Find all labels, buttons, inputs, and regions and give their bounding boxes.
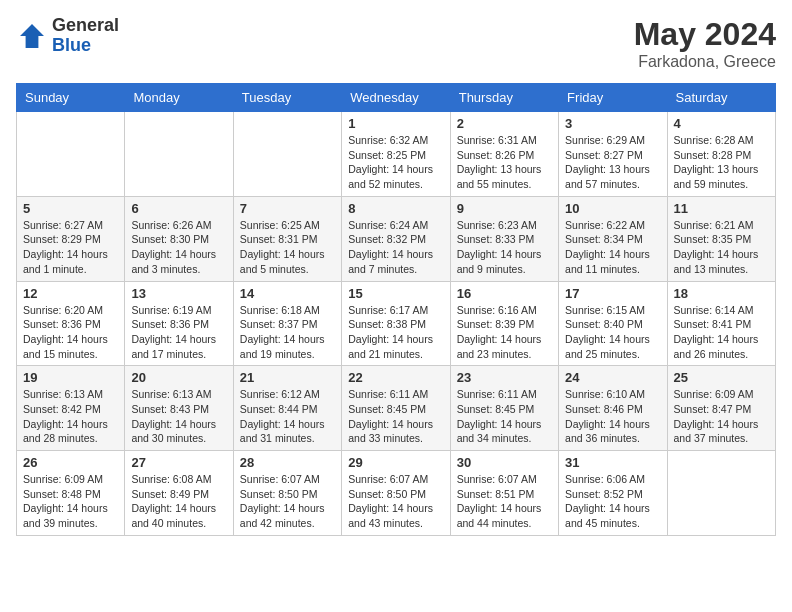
day-detail: Sunrise: 6:27 AM Sunset: 8:29 PM Dayligh…: [23, 218, 118, 277]
day-number: 12: [23, 286, 118, 301]
calendar-cell: 3Sunrise: 6:29 AM Sunset: 8:27 PM Daylig…: [559, 112, 667, 197]
calendar-cell: 4Sunrise: 6:28 AM Sunset: 8:28 PM Daylig…: [667, 112, 775, 197]
day-number: 2: [457, 116, 552, 131]
calendar-cell: 12Sunrise: 6:20 AM Sunset: 8:36 PM Dayli…: [17, 281, 125, 366]
weekday-header-friday: Friday: [559, 84, 667, 112]
calendar-cell: 29Sunrise: 6:07 AM Sunset: 8:50 PM Dayli…: [342, 451, 450, 536]
day-number: 3: [565, 116, 660, 131]
calendar-cell: 17Sunrise: 6:15 AM Sunset: 8:40 PM Dayli…: [559, 281, 667, 366]
calendar-cell: [233, 112, 341, 197]
day-detail: Sunrise: 6:32 AM Sunset: 8:25 PM Dayligh…: [348, 133, 443, 192]
day-number: 15: [348, 286, 443, 301]
calendar-cell: 27Sunrise: 6:08 AM Sunset: 8:49 PM Dayli…: [125, 451, 233, 536]
day-detail: Sunrise: 6:28 AM Sunset: 8:28 PM Dayligh…: [674, 133, 769, 192]
calendar-cell: 30Sunrise: 6:07 AM Sunset: 8:51 PM Dayli…: [450, 451, 558, 536]
day-number: 4: [674, 116, 769, 131]
day-number: 20: [131, 370, 226, 385]
day-detail: Sunrise: 6:12 AM Sunset: 8:44 PM Dayligh…: [240, 387, 335, 446]
calendar-cell: 1Sunrise: 6:32 AM Sunset: 8:25 PM Daylig…: [342, 112, 450, 197]
day-number: 30: [457, 455, 552, 470]
day-detail: Sunrise: 6:22 AM Sunset: 8:34 PM Dayligh…: [565, 218, 660, 277]
day-number: 13: [131, 286, 226, 301]
calendar-cell: 15Sunrise: 6:17 AM Sunset: 8:38 PM Dayli…: [342, 281, 450, 366]
calendar-cell: 16Sunrise: 6:16 AM Sunset: 8:39 PM Dayli…: [450, 281, 558, 366]
day-number: 9: [457, 201, 552, 216]
day-number: 29: [348, 455, 443, 470]
calendar-cell: [667, 451, 775, 536]
calendar-week-row: 19Sunrise: 6:13 AM Sunset: 8:42 PM Dayli…: [17, 366, 776, 451]
calendar-cell: 24Sunrise: 6:10 AM Sunset: 8:46 PM Dayli…: [559, 366, 667, 451]
day-detail: Sunrise: 6:25 AM Sunset: 8:31 PM Dayligh…: [240, 218, 335, 277]
day-detail: Sunrise: 6:16 AM Sunset: 8:39 PM Dayligh…: [457, 303, 552, 362]
day-detail: Sunrise: 6:18 AM Sunset: 8:37 PM Dayligh…: [240, 303, 335, 362]
location-subtitle: Farkadona, Greece: [634, 53, 776, 71]
day-detail: Sunrise: 6:26 AM Sunset: 8:30 PM Dayligh…: [131, 218, 226, 277]
day-number: 6: [131, 201, 226, 216]
calendar-table: SundayMondayTuesdayWednesdayThursdayFrid…: [16, 83, 776, 536]
day-number: 7: [240, 201, 335, 216]
day-number: 28: [240, 455, 335, 470]
day-number: 26: [23, 455, 118, 470]
day-detail: Sunrise: 6:13 AM Sunset: 8:42 PM Dayligh…: [23, 387, 118, 446]
weekday-header-wednesday: Wednesday: [342, 84, 450, 112]
day-number: 5: [23, 201, 118, 216]
calendar-week-row: 1Sunrise: 6:32 AM Sunset: 8:25 PM Daylig…: [17, 112, 776, 197]
day-detail: Sunrise: 6:06 AM Sunset: 8:52 PM Dayligh…: [565, 472, 660, 531]
day-detail: Sunrise: 6:09 AM Sunset: 8:47 PM Dayligh…: [674, 387, 769, 446]
day-detail: Sunrise: 6:17 AM Sunset: 8:38 PM Dayligh…: [348, 303, 443, 362]
weekday-header-monday: Monday: [125, 84, 233, 112]
calendar-cell: 7Sunrise: 6:25 AM Sunset: 8:31 PM Daylig…: [233, 196, 341, 281]
day-detail: Sunrise: 6:31 AM Sunset: 8:26 PM Dayligh…: [457, 133, 552, 192]
calendar-cell: 8Sunrise: 6:24 AM Sunset: 8:32 PM Daylig…: [342, 196, 450, 281]
calendar-cell: 5Sunrise: 6:27 AM Sunset: 8:29 PM Daylig…: [17, 196, 125, 281]
calendar-cell: 6Sunrise: 6:26 AM Sunset: 8:30 PM Daylig…: [125, 196, 233, 281]
day-number: 25: [674, 370, 769, 385]
month-year-title: May 2024: [634, 16, 776, 53]
day-detail: Sunrise: 6:24 AM Sunset: 8:32 PM Dayligh…: [348, 218, 443, 277]
day-number: 18: [674, 286, 769, 301]
logo-icon: [16, 20, 48, 52]
calendar-cell: 26Sunrise: 6:09 AM Sunset: 8:48 PM Dayli…: [17, 451, 125, 536]
weekday-header-saturday: Saturday: [667, 84, 775, 112]
calendar-cell: 9Sunrise: 6:23 AM Sunset: 8:33 PM Daylig…: [450, 196, 558, 281]
day-detail: Sunrise: 6:10 AM Sunset: 8:46 PM Dayligh…: [565, 387, 660, 446]
day-detail: Sunrise: 6:11 AM Sunset: 8:45 PM Dayligh…: [348, 387, 443, 446]
day-number: 16: [457, 286, 552, 301]
day-detail: Sunrise: 6:20 AM Sunset: 8:36 PM Dayligh…: [23, 303, 118, 362]
calendar-week-row: 12Sunrise: 6:20 AM Sunset: 8:36 PM Dayli…: [17, 281, 776, 366]
calendar-cell: 22Sunrise: 6:11 AM Sunset: 8:45 PM Dayli…: [342, 366, 450, 451]
day-detail: Sunrise: 6:23 AM Sunset: 8:33 PM Dayligh…: [457, 218, 552, 277]
day-number: 8: [348, 201, 443, 216]
calendar-cell: 11Sunrise: 6:21 AM Sunset: 8:35 PM Dayli…: [667, 196, 775, 281]
day-number: 17: [565, 286, 660, 301]
title-block: May 2024 Farkadona, Greece: [634, 16, 776, 71]
day-number: 14: [240, 286, 335, 301]
calendar-cell: 23Sunrise: 6:11 AM Sunset: 8:45 PM Dayli…: [450, 366, 558, 451]
day-number: 31: [565, 455, 660, 470]
day-number: 21: [240, 370, 335, 385]
day-detail: Sunrise: 6:11 AM Sunset: 8:45 PM Dayligh…: [457, 387, 552, 446]
calendar-cell: 31Sunrise: 6:06 AM Sunset: 8:52 PM Dayli…: [559, 451, 667, 536]
svg-marker-0: [20, 24, 44, 48]
calendar-cell: 18Sunrise: 6:14 AM Sunset: 8:41 PM Dayli…: [667, 281, 775, 366]
weekday-header-row: SundayMondayTuesdayWednesdayThursdayFrid…: [17, 84, 776, 112]
weekday-header-sunday: Sunday: [17, 84, 125, 112]
day-detail: Sunrise: 6:07 AM Sunset: 8:50 PM Dayligh…: [348, 472, 443, 531]
day-number: 1: [348, 116, 443, 131]
calendar-cell: 20Sunrise: 6:13 AM Sunset: 8:43 PM Dayli…: [125, 366, 233, 451]
day-number: 10: [565, 201, 660, 216]
day-number: 19: [23, 370, 118, 385]
weekday-header-tuesday: Tuesday: [233, 84, 341, 112]
day-number: 11: [674, 201, 769, 216]
day-detail: Sunrise: 6:29 AM Sunset: 8:27 PM Dayligh…: [565, 133, 660, 192]
calendar-cell: [17, 112, 125, 197]
day-detail: Sunrise: 6:14 AM Sunset: 8:41 PM Dayligh…: [674, 303, 769, 362]
day-detail: Sunrise: 6:21 AM Sunset: 8:35 PM Dayligh…: [674, 218, 769, 277]
calendar-week-row: 5Sunrise: 6:27 AM Sunset: 8:29 PM Daylig…: [17, 196, 776, 281]
calendar-cell: [125, 112, 233, 197]
logo: General Blue: [16, 16, 119, 56]
day-number: 22: [348, 370, 443, 385]
calendar-cell: 14Sunrise: 6:18 AM Sunset: 8:37 PM Dayli…: [233, 281, 341, 366]
calendar-cell: 19Sunrise: 6:13 AM Sunset: 8:42 PM Dayli…: [17, 366, 125, 451]
weekday-header-thursday: Thursday: [450, 84, 558, 112]
